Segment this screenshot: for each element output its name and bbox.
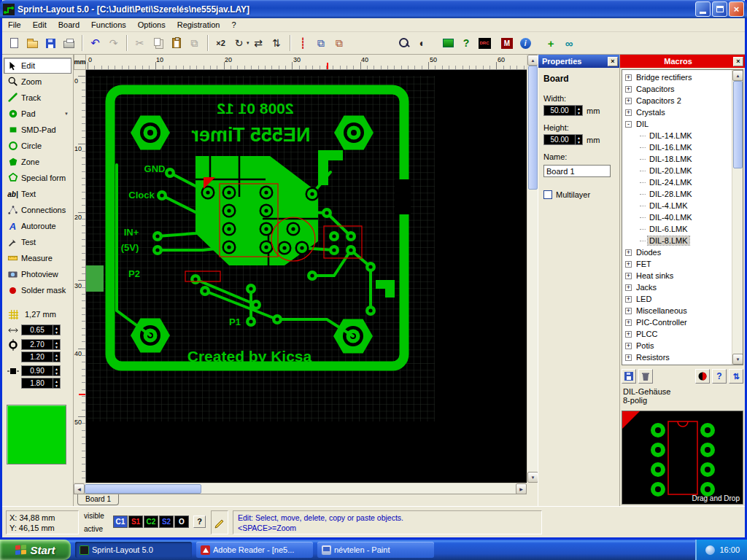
macro-category[interactable]: +LED — [622, 293, 743, 305]
tool-test[interactable]: Test — [4, 234, 71, 250]
layer-c2-button[interactable]: C2 — [144, 516, 158, 528]
info-button[interactable]: i — [516, 34, 535, 52]
expand-icon[interactable]: + — [625, 109, 632, 116]
expand-icon[interactable]: + — [625, 331, 632, 338]
scroll-down-button[interactable]: ▼ — [527, 472, 538, 483]
tool-zoom[interactable]: Zoom — [4, 74, 71, 90]
close-button[interactable]: × — [729, 1, 744, 17]
macro-category[interactable]: +PLCC — [622, 328, 743, 340]
gamma-button[interactable]: ◐ — [414, 34, 432, 52]
pad-options-arrow[interactable]: ▼ — [64, 112, 69, 116]
tool-measure[interactable]: Measure — [4, 250, 71, 266]
macro-category[interactable]: +Miscellaneous — [622, 305, 743, 316]
pad-drill-spinner[interactable]: ▲▼ — [53, 351, 61, 362]
macros-button[interactable]: M — [498, 34, 516, 52]
duplicate-button[interactable]: ⧉ — [185, 34, 204, 52]
tree-scroll-down-button[interactable]: ▼ — [732, 354, 743, 365]
macro-category[interactable]: +FET — [622, 258, 743, 270]
macro-item[interactable]: DIL-18.LMK — [622, 153, 743, 165]
pcb-canvas[interactable]: 2008 01 12 NE555 Timer GND Clock IN+ (5V… — [86, 70, 527, 483]
vertical-scroll-thumb[interactable] — [528, 66, 538, 190]
expand-icon[interactable]: + — [625, 308, 632, 314]
wizard-button[interactable]: + — [542, 34, 560, 52]
tool-special-form[interactable]: Special form — [4, 170, 71, 186]
print-button[interactable] — [60, 34, 78, 52]
macro-category[interactable]: +Bridge rectifiers — [622, 71, 743, 83]
macro-category[interactable]: +Jacks — [622, 281, 743, 293]
smd-width-spinner[interactable]: ▲▼ — [53, 365, 61, 376]
tree-scroll-up-button[interactable]: ▲ — [732, 70, 743, 81]
photoview-button[interactable] — [439, 34, 457, 52]
restore-button[interactable] — [712, 1, 727, 17]
bring-to-front-button[interactable]: ⧉ — [312, 34, 330, 52]
drc-button[interactable]: DRC — [476, 34, 494, 52]
menu-edit[interactable]: Edit — [27, 19, 53, 31]
collapse-icon[interactable]: - — [625, 121, 632, 128]
redo-button[interactable]: ↷ — [104, 34, 123, 52]
macro-category[interactable]: +Capacitors 2 — [622, 95, 743, 106]
sort-macros-button[interactable]: ⇅ — [729, 369, 743, 384]
save-macro-button[interactable] — [622, 369, 636, 384]
pad-diameter-field[interactable]: 2.70 — [21, 339, 53, 350]
expand-icon[interactable]: + — [625, 354, 632, 361]
macro-category[interactable]: +Capacitors — [622, 83, 743, 95]
minimize-button[interactable] — [695, 1, 711, 17]
horizontal-scroll-thumb[interactable] — [85, 484, 201, 494]
tool-photoview[interactable]: Photoview — [4, 266, 71, 282]
cut-button[interactable]: ✂ — [131, 34, 149, 52]
smd-height-field[interactable]: 1.80 — [21, 378, 53, 389]
board-tab[interactable]: Board 1 — [77, 494, 119, 505]
guides-button[interactable]: ┊ — [294, 34, 312, 52]
tool-track[interactable]: Track — [4, 90, 71, 106]
macro-item[interactable]: DIL-24.LMK — [622, 176, 743, 188]
layer-s2-button[interactable]: S2 — [159, 516, 174, 528]
menu-file[interactable]: File — [2, 19, 27, 31]
pad-diameter-spinner[interactable]: ▲▼ — [53, 339, 61, 350]
menu-registration[interactable]: Registration — [171, 19, 226, 31]
layer-s1-button[interactable]: S1 — [128, 516, 143, 528]
help-drc-button[interactable]: ? — [457, 34, 476, 52]
tool-solder-mask[interactable]: Solder mask — [4, 282, 71, 298]
copy-button[interactable] — [149, 34, 167, 52]
taskbar-clock[interactable]: 16:00 — [719, 545, 740, 554]
expand-icon[interactable]: + — [625, 273, 632, 279]
delete-macro-button[interactable] — [638, 369, 653, 384]
macro-item[interactable]: DIL-6.LMK — [622, 223, 743, 235]
scroll-up-button[interactable]: ▲ — [527, 55, 538, 66]
macros-close-icon[interactable]: × — [733, 57, 743, 66]
macro-item[interactable]: DIL-4.LMK — [622, 200, 743, 211]
smd-height-spinner[interactable]: ▲▼ — [53, 378, 61, 389]
expand-icon[interactable]: + — [625, 74, 632, 81]
board-name-input[interactable] — [543, 165, 611, 177]
zoom-button[interactable] — [395, 34, 414, 52]
taskbar-app-sprint-layout[interactable]: Sprint-Layout 5.0 — [75, 542, 192, 558]
macro-category[interactable]: +Resistors — [622, 351, 743, 363]
tray-status-icon[interactable] — [705, 545, 715, 555]
board-width-field[interactable]: 50.00 — [543, 105, 576, 116]
macro-category[interactable]: -DIL — [622, 118, 743, 130]
board-height-spinner[interactable]: ▲▼ — [576, 134, 583, 145]
tree-scroll-thumb[interactable] — [733, 81, 743, 168]
new-button[interactable] — [5, 34, 23, 52]
grid-setting[interactable]: 1,27 mm — [7, 308, 70, 320]
pad-drill-field[interactable]: 1.20 — [21, 351, 53, 362]
menu-board[interactable]: Board — [53, 19, 85, 31]
macro-category[interactable]: +Crystals — [622, 106, 743, 118]
scroll-right-button[interactable]: ▶ — [516, 483, 527, 494]
menu-help[interactable]: ? — [225, 19, 241, 31]
macro-item-selected[interactable]: DIL-8.LMK — [622, 235, 743, 246]
send-to-back-button[interactable]: ⧉ — [330, 34, 349, 52]
paste-button[interactable] — [167, 34, 185, 52]
expand-icon[interactable]: + — [625, 249, 632, 256]
macro-category[interactable]: +PIC-Controller — [622, 316, 743, 328]
menu-functions[interactable]: Functions — [85, 19, 132, 31]
tool-smd-pad[interactable]: SMD-Pad — [4, 122, 71, 138]
mirror-horizontal-button[interactable]: ⇄ — [249, 34, 268, 52]
tool-circle[interactable]: Circle — [4, 138, 71, 154]
expand-icon[interactable]: + — [625, 284, 632, 291]
macro-item[interactable]: DIL-16.LMK — [622, 141, 743, 153]
multilayer-checkbox[interactable] — [543, 190, 552, 199]
macro-category[interactable]: +Potis — [622, 340, 743, 351]
undo-button[interactable]: ↶ — [86, 34, 104, 52]
track-width-field[interactable]: 0.65 — [21, 324, 53, 335]
